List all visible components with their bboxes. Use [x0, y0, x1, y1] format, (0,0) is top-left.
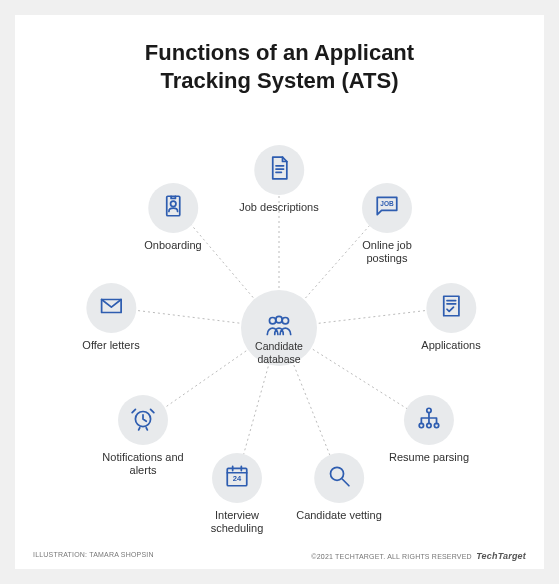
diagram-arena: Job descriptions JOB Online job postings…: [15, 125, 544, 545]
node-label: Applications: [421, 339, 480, 352]
node-job-post: JOB Online job postings: [342, 183, 432, 265]
title-line-2: Tracking System (ATS): [161, 68, 399, 93]
node-label: Onboarding: [144, 239, 202, 252]
alarm-icon: [130, 405, 156, 435]
node-label: Job descriptions: [239, 201, 319, 214]
diagram-title: Functions of an Applicant Tracking Syste…: [15, 15, 544, 94]
svg-point-21: [269, 318, 275, 324]
svg-point-20: [170, 201, 175, 206]
brand-logo: TechTarget: [476, 551, 526, 561]
svg-point-23: [282, 318, 288, 324]
node-label: Offer letters: [82, 339, 139, 352]
center-label: Candidate database: [244, 340, 314, 365]
svg-text:JOB: JOB: [380, 200, 394, 207]
footer-credit-left: ILLUSTRATION: TAMARA SHOPSIN: [33, 551, 154, 561]
id-badge-icon: [160, 193, 186, 223]
magnifier-icon: [326, 463, 352, 493]
application-icon: [438, 293, 464, 323]
node-label: Resume parsing: [389, 451, 469, 464]
envelope-icon: [98, 293, 124, 323]
node-magnifier: Candidate vetting: [296, 453, 382, 522]
node-label: Notifications and alerts: [98, 451, 188, 477]
node-alarm: Notifications and alerts: [98, 395, 188, 477]
node-label: Candidate vetting: [296, 509, 382, 522]
node-label: Interview scheduling: [192, 509, 282, 535]
calendar-icon: 24: [224, 463, 250, 493]
node-application: Applications: [421, 283, 480, 352]
footer: ILLUSTRATION: TAMARA SHOPSIN ©2021 TECHT…: [33, 551, 526, 561]
svg-point-14: [330, 467, 343, 480]
footer-credit-right: ©2021 TECHTARGET. ALL RIGHTS RESERVED Te…: [311, 551, 526, 561]
node-id-badge: Onboarding: [144, 183, 202, 252]
center-node: Candidate database: [241, 290, 317, 372]
svg-point-22: [276, 316, 282, 322]
node-calendar: 24 Interview scheduling: [192, 453, 282, 535]
node-envelope: Offer letters: [82, 283, 139, 352]
org-tree-icon: [416, 405, 442, 435]
title-line-1: Functions of an Applicant: [145, 40, 414, 65]
node-org-tree: Resume parsing: [389, 395, 469, 464]
document-icon: [266, 155, 292, 185]
node-document: Job descriptions: [239, 145, 319, 214]
job-post-icon: JOB: [374, 193, 400, 223]
node-label: Online job postings: [342, 239, 432, 265]
svg-text:24: 24: [233, 474, 242, 483]
